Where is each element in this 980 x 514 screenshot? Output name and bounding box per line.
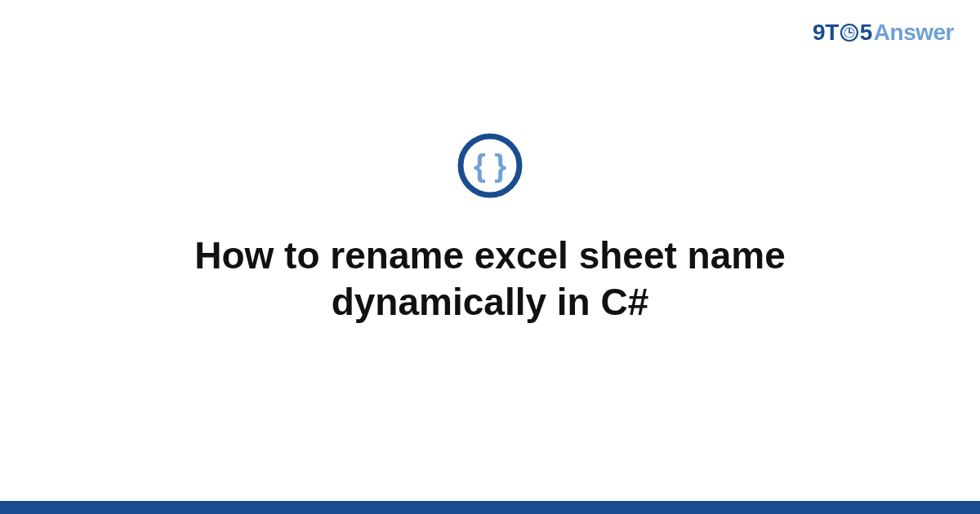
page-title: How to rename excel sheet name dynamical… [82, 233, 898, 326]
footer-accent-bar [0, 501, 980, 514]
main-content: { } How to rename excel sheet name dynam… [0, 0, 980, 514]
code-braces-icon: { } [456, 131, 524, 203]
svg-text:{ }: { } [474, 148, 506, 183]
